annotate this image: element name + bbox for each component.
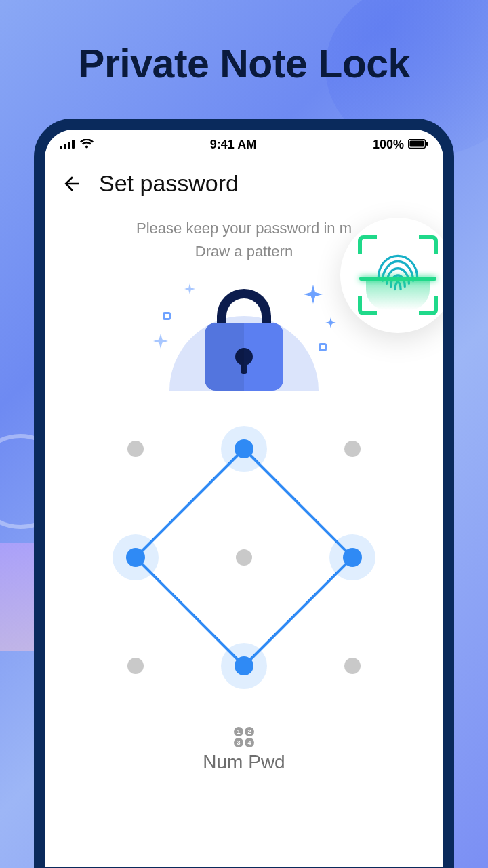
svg-rect-0 <box>60 146 62 149</box>
svg-rect-3 <box>72 140 75 149</box>
pattern-node[interactable] <box>343 548 362 567</box>
screen: 9:41 AM 100% Set password Please keep yo… <box>45 130 443 867</box>
arrow-left-icon <box>61 173 83 195</box>
numpad-icon: 1234 <box>234 727 254 747</box>
promo-headline: Private Note Lock <box>0 41 488 87</box>
pattern-node[interactable] <box>344 441 361 457</box>
svg-rect-5 <box>410 140 424 146</box>
pattern-node[interactable] <box>127 658 144 674</box>
svg-rect-6 <box>426 142 428 146</box>
app-header: Set password <box>45 159 443 202</box>
svg-rect-2 <box>68 142 70 149</box>
battery-percent: 100% <box>373 138 404 152</box>
pattern-node[interactable] <box>235 439 253 458</box>
pattern-lock[interactable] <box>115 429 373 686</box>
svg-rect-1 <box>64 144 66 149</box>
pattern-node[interactable] <box>235 656 253 675</box>
svg-line-8 <box>136 557 244 666</box>
pattern-node[interactable] <box>127 441 144 457</box>
wifi-icon <box>80 138 94 152</box>
pattern-node[interactable] <box>344 658 361 674</box>
back-button[interactable] <box>61 173 83 195</box>
svg-line-9 <box>244 557 352 666</box>
phone-frame: 9:41 AM 100% Set password Please keep yo… <box>34 119 454 868</box>
lock-illustration <box>156 269 332 391</box>
battery-icon <box>408 138 428 152</box>
numpwd-toggle[interactable]: 1234 Num Pwd <box>45 727 443 773</box>
page-title: Set password <box>99 170 239 197</box>
status-time: 9:41 AM <box>210 138 256 152</box>
pattern-node[interactable] <box>126 548 145 567</box>
status-bar: 9:41 AM 100% <box>45 130 443 159</box>
svg-line-7 <box>136 449 244 557</box>
pattern-node[interactable] <box>236 549 252 566</box>
lock-icon <box>235 348 253 366</box>
numpwd-label: Num Pwd <box>45 751 443 773</box>
fingerprint-button[interactable] <box>340 218 443 333</box>
cellular-icon <box>60 138 75 152</box>
svg-line-10 <box>244 449 352 557</box>
